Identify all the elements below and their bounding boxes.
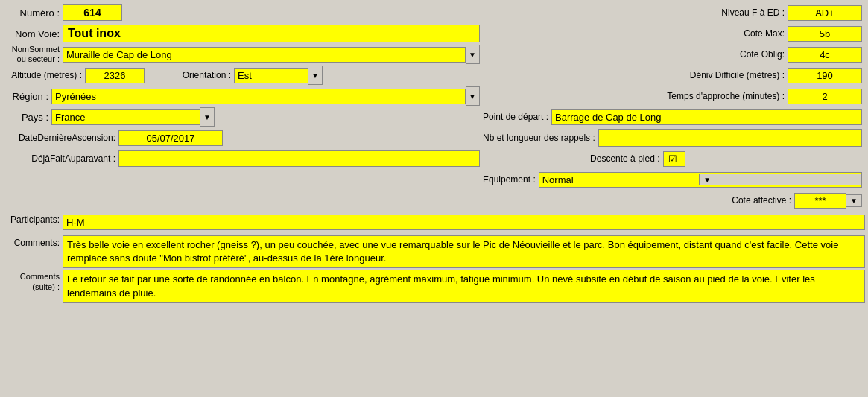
orientation-label: Orientation : (159, 70, 234, 80)
equipement-row: Equipement : Normal ▼ (483, 170, 865, 189)
cote-max-row: Cote Max: 5b (483, 24, 865, 43)
date-row: DateDernièreAscension: 05/07/2017 (3, 128, 480, 147)
pays-value[interactable]: France (51, 109, 200, 125)
comments-suite-row: Comments (suite) : Le retour se fait par… (3, 270, 865, 302)
cote-oblig-label: Cote Oblig: (483, 49, 788, 60)
rappels-label: Nb et longueur des rappels : (483, 133, 598, 143)
cote-aff-wrapper: *** ▼ (794, 193, 862, 209)
altitude-row: Altitude (mètres) : 2326 Orientation : E… (3, 66, 480, 85)
altitude-value[interactable]: 2326 (85, 68, 145, 83)
niveau-label: Niveau F à ED : (483, 7, 788, 18)
nom-sommet-value[interactable]: Muraille de Cap de Long (63, 47, 466, 63)
cote-oblig-value[interactable]: 4c (788, 47, 862, 63)
equipement-value: Normal (539, 173, 700, 187)
numero-label: Numéro : (3, 7, 63, 19)
descente-row: Descente à pied : ☑ (483, 149, 865, 168)
participants-label: Participants: (3, 215, 63, 225)
pays-dropdown[interactable]: ▼ (200, 107, 215, 127)
depart-label: Point de départ : (483, 112, 551, 122)
comments-value[interactable]: Très belle voie en excellent rocher (gne… (63, 235, 865, 268)
numero-value[interactable]: 614 (63, 4, 122, 21)
cote-aff-value[interactable]: *** (794, 193, 846, 209)
nom-sommet-dropdown[interactable]: ▼ (466, 45, 480, 64)
participants-row: Participants: H-M (3, 215, 865, 234)
temps-value[interactable]: 2 (788, 89, 862, 104)
equipement-dropdown-arrow[interactable]: ▼ (699, 174, 861, 185)
date-value[interactable]: 05/07/2017 (118, 130, 223, 146)
deniv-value[interactable]: 190 (788, 68, 862, 83)
niveau-value[interactable]: AD+ (788, 5, 862, 21)
deniv-label: Déniv Difficile (mètres) : (483, 70, 788, 80)
region-dropdown[interactable]: ▼ (466, 86, 480, 106)
comments-suite-label: Comments (suite) : (3, 270, 63, 291)
cote-max-value[interactable]: 5b (788, 26, 862, 42)
temps-row: Temps d'approche (minutes) : 2 (483, 86, 865, 106)
deja-value[interactable] (118, 150, 480, 167)
nom-voie-label: Nom Voie: (3, 28, 63, 39)
region-row: Région : Pyrénées ▼ (3, 86, 480, 106)
equipement-dropdown[interactable]: Normal ▼ (539, 172, 862, 188)
altitude-label: Altitude (mètres) : (3, 70, 85, 80)
cote-aff-dropdown[interactable]: ▼ (846, 194, 862, 207)
nom-sommet-row: NomSommetou secteur : Muraille de Cap de… (3, 45, 480, 64)
deja-label: DéjàFaitAuparavant : (3, 153, 118, 164)
cote-aff-row: Cote affective : *** ▼ (483, 191, 865, 210)
nom-voie-row: Nom Voie: Tout inox (3, 24, 480, 43)
depart-value[interactable]: Barrage de Cap de Long (551, 109, 862, 125)
descente-label: Descente à pied : (483, 153, 663, 164)
deniv-row: Déniv Difficile (mètres) : 190 (483, 66, 865, 85)
date-label: DateDernièreAscension: (3, 133, 118, 143)
nom-voie-value[interactable]: Tout inox (63, 25, 480, 42)
cote-oblig-row: Cote Oblig: 4c (483, 45, 865, 64)
comments-suite-value[interactable]: Le retour se fait par une sorte de rando… (63, 270, 865, 302)
rappels-row: Nb et longueur des rappels : (483, 128, 865, 147)
comments-row: Comments: Très belle voie en excellent r… (3, 235, 865, 268)
orientation-dropdown[interactable]: ▼ (308, 66, 323, 85)
temps-label: Temps d'approche (minutes) : (483, 91, 788, 101)
orientation-value[interactable]: Est (234, 68, 308, 83)
cote-max-label: Cote Max: (483, 28, 788, 39)
participants-value[interactable]: H-M (63, 215, 865, 230)
equipement-label: Equipement : (483, 174, 539, 185)
pays-row: Pays : France ▼ (3, 107, 480, 127)
numero-row: Numéro : 614 (3, 3, 480, 22)
depart-row: Point de départ : Barrage de Cap de Long (483, 107, 865, 127)
descente-checkbox[interactable]: ☑ (663, 151, 685, 167)
region-label: Région : (3, 91, 51, 102)
region-value[interactable]: Pyrénées (51, 89, 466, 104)
nom-sommet-label: NomSommetou secteur : (3, 45, 63, 64)
cote-aff-label: Cote affective : (483, 195, 794, 206)
deja-row: DéjàFaitAuparavant : (3, 149, 480, 168)
pays-label: Pays : (3, 112, 51, 123)
niveau-row: Niveau F à ED : AD+ (483, 3, 865, 22)
rappels-value[interactable] (598, 129, 862, 147)
comments-label: Comments: (3, 235, 63, 248)
